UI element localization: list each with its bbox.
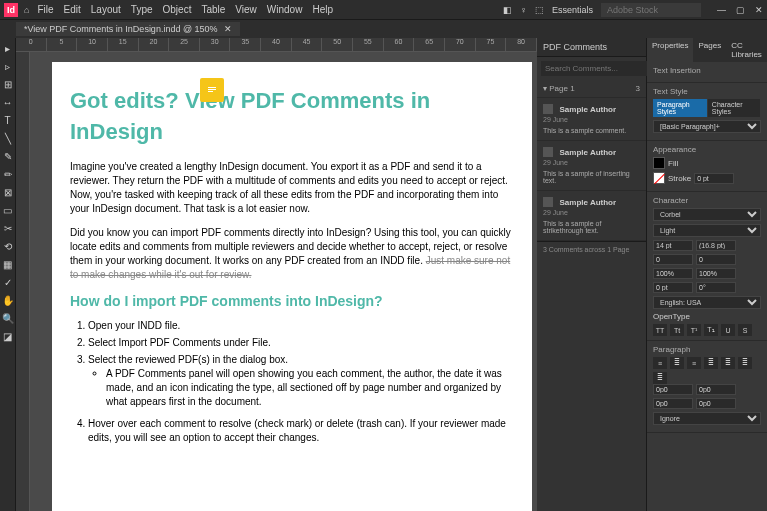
strikethrough-icon xyxy=(543,197,553,207)
tracking-input[interactable] xyxy=(696,254,736,265)
doc-para-1: Imagine you've created a lengthy InDesig… xyxy=(70,160,514,216)
insert-text-icon xyxy=(543,147,553,157)
character-label: Character xyxy=(653,196,761,205)
tab-pages[interactable]: Pages xyxy=(693,38,726,62)
superscript-icon[interactable]: T¹ xyxy=(687,324,701,336)
home-icon[interactable]: ⌂ xyxy=(24,5,29,15)
language-select[interactable]: English: USA xyxy=(653,296,761,309)
toolbox: ▸ ▹ ⊞ ↔ T ╲ ✎ ✏ ⊠ ▭ ✂ ⟲ ▦ ✓ ✋ 🔍 ◪ xyxy=(0,38,16,511)
close-icon[interactable]: ✕ xyxy=(755,5,763,15)
comment-item[interactable]: Sample Author 29 June This is a sample o… xyxy=(537,191,646,241)
tab-close-icon[interactable]: ✕ xyxy=(224,24,232,34)
document-tab[interactable]: *View PDF Comments in InDesign.indd @ 15… xyxy=(16,22,240,36)
paragraph-style-select[interactable]: [Basic Paragraph]+ xyxy=(653,120,761,133)
menu-file[interactable]: File xyxy=(37,4,53,15)
justify-all-icon[interactable]: ≣ xyxy=(653,372,667,384)
gap-tool[interactable]: ↔ xyxy=(2,96,14,108)
workspace-label[interactable]: Essentials xyxy=(552,5,593,15)
transform-tool[interactable]: ⟲ xyxy=(2,240,14,252)
rect-frame-tool[interactable]: ⊠ xyxy=(2,186,14,198)
zoom-tool[interactable]: 🔍 xyxy=(2,312,14,324)
menu-help[interactable]: Help xyxy=(312,4,333,15)
doc-step-1: Open your INDD file. xyxy=(88,319,514,333)
leading-input[interactable] xyxy=(696,240,736,251)
direct-select-tool[interactable]: ▹ xyxy=(2,60,14,72)
sync-icon[interactable]: ◧ xyxy=(503,5,512,15)
menu-view[interactable]: View xyxy=(235,4,257,15)
eyedropper-tool[interactable]: ✓ xyxy=(2,276,14,288)
comment-item[interactable]: Sample Author 29 June This is a sample c… xyxy=(537,98,646,141)
tab-properties[interactable]: Properties xyxy=(647,38,693,62)
space-before-input[interactable] xyxy=(653,398,693,409)
svg-rect-1 xyxy=(208,89,216,90)
align-right-icon[interactable]: ≡ xyxy=(687,357,701,369)
indent-right-input[interactable] xyxy=(696,384,736,395)
doc-heading: Got edits? View PDF Comments in InDesign xyxy=(70,86,514,148)
tab-title: *View PDF Comments in InDesign.indd @ 15… xyxy=(24,24,218,34)
comments-search-input[interactable] xyxy=(541,61,650,76)
gradient-tool[interactable]: ▦ xyxy=(2,258,14,270)
justify-right-icon[interactable]: ≣ xyxy=(738,357,752,369)
paragraph-styles-tab[interactable]: Paragraph Styles xyxy=(653,99,707,117)
menu-edit[interactable]: Edit xyxy=(64,4,81,15)
rect-tool[interactable]: ▭ xyxy=(2,204,14,216)
menu-table[interactable]: Table xyxy=(201,4,225,15)
hscale-input[interactable] xyxy=(696,268,736,279)
comments-footer: 3 Comments across 1 Page xyxy=(537,241,646,257)
paragraph-label: Paragraph xyxy=(653,345,761,354)
minimize-icon[interactable]: — xyxy=(717,5,726,15)
fill-swatch[interactable] xyxy=(653,157,665,169)
baseline-input[interactable] xyxy=(653,282,693,293)
scissors-tool[interactable]: ✂ xyxy=(2,222,14,234)
kerning-input[interactable] xyxy=(653,254,693,265)
share-icon[interactable]: ⬚ xyxy=(535,5,544,15)
tab-cclibraries[interactable]: CC Libraries xyxy=(726,38,767,62)
comment-item[interactable]: Sample Author 29 June This is a sample o… xyxy=(537,141,646,191)
context-label: Text Insertion xyxy=(653,66,761,75)
stroke-weight-input[interactable] xyxy=(694,173,734,184)
menu-layout[interactable]: Layout xyxy=(91,4,121,15)
maximize-icon[interactable]: ▢ xyxy=(736,5,745,15)
fill-stroke-tool[interactable]: ◪ xyxy=(2,330,14,342)
comment-type-icon xyxy=(543,104,553,114)
align-center-icon[interactable]: ≣ xyxy=(670,357,684,369)
search-input[interactable] xyxy=(601,3,701,17)
menu-type[interactable]: Type xyxy=(131,4,153,15)
canvas[interactable]: 05101520253035404550556065707580 Got edi… xyxy=(16,38,537,511)
align-left-icon[interactable]: ≡ xyxy=(653,357,667,369)
skew-input[interactable] xyxy=(696,282,736,293)
subscript-icon[interactable]: T₁ xyxy=(704,324,718,336)
menu-object[interactable]: Object xyxy=(163,4,192,15)
font-size-input[interactable] xyxy=(653,240,693,251)
justify-left-icon[interactable]: ≣ xyxy=(704,357,718,369)
justify-center-icon[interactable]: ≣ xyxy=(721,357,735,369)
pen-tool[interactable]: ✎ xyxy=(2,150,14,162)
space-after-input[interactable] xyxy=(696,398,736,409)
font-select[interactable]: Corbel xyxy=(653,208,761,221)
pdf-comments-panel: PDF Comments ▾ Page 1 3 Sample Author 29… xyxy=(537,38,647,511)
smallcaps-icon[interactable]: Tt xyxy=(670,324,684,336)
stroke-swatch[interactable] xyxy=(653,172,665,184)
sticky-note-icon[interactable] xyxy=(200,78,224,102)
strike-icon[interactable]: S xyxy=(738,324,752,336)
appearance-label: Appearance xyxy=(653,145,761,154)
ignore-select[interactable]: Ignore xyxy=(653,412,761,425)
cloud-icon[interactable]: ♀ xyxy=(520,5,527,15)
type-tool[interactable]: T xyxy=(2,114,14,126)
character-styles-tab[interactable]: Character Styles xyxy=(708,99,760,117)
indent-left-input[interactable] xyxy=(653,384,693,395)
selection-tool[interactable]: ▸ xyxy=(2,42,14,54)
page-tool[interactable]: ⊞ xyxy=(2,78,14,90)
hand-tool[interactable]: ✋ xyxy=(2,294,14,306)
pencil-tool[interactable]: ✏ xyxy=(2,168,14,180)
menu-window[interactable]: Window xyxy=(267,4,303,15)
line-tool[interactable]: ╲ xyxy=(2,132,14,144)
weight-select[interactable]: Light xyxy=(653,224,761,237)
ruler-vertical xyxy=(16,52,30,511)
allcaps-icon[interactable]: TT xyxy=(653,324,667,336)
document-page[interactable]: Got edits? View PDF Comments in InDesign… xyxy=(52,62,532,511)
opentype-button[interactable]: OpenType xyxy=(653,312,690,321)
comments-page-row[interactable]: ▾ Page 1 3 xyxy=(537,80,646,98)
underline-icon[interactable]: U xyxy=(721,324,735,336)
vscale-input[interactable] xyxy=(653,268,693,279)
